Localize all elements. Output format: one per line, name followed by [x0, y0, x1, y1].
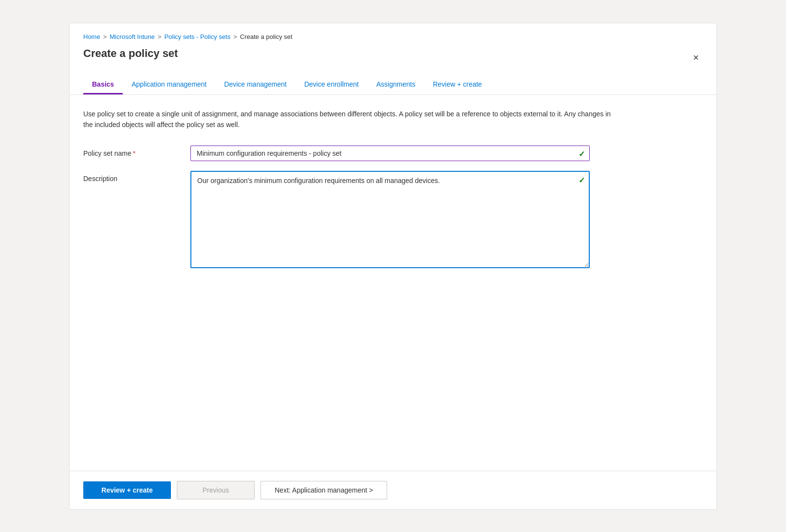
policy-set-name-row: Policy set name* ✓ — [83, 146, 703, 161]
tab-review-create[interactable]: Review + create — [424, 75, 491, 94]
breadcrumb-sep-2: > — [158, 33, 162, 40]
tabs-nav: Basics Application management Device man… — [83, 75, 703, 94]
panel-footer: Review + create Previous Next: Applicati… — [70, 471, 716, 509]
next-button[interactable]: Next: Application management > — [261, 481, 387, 499]
description-field-wrap: Our organization's minimum configuration… — [190, 171, 590, 270]
title-row: Create a policy set × — [83, 47, 703, 68]
panel-title: Create a policy set — [83, 47, 178, 68]
previous-button: Previous — [177, 481, 255, 499]
description-row: Description Our organization's minimum c… — [83, 171, 703, 270]
description-label: Description — [83, 171, 181, 183]
required-star: * — [133, 149, 135, 157]
breadcrumb-intune[interactable]: Microsoft Intune — [110, 33, 155, 40]
tab-application-management[interactable]: Application management — [123, 75, 215, 94]
tab-assignments[interactable]: Assignments — [368, 75, 424, 94]
breadcrumb-policy-sets[interactable]: Policy sets - Policy sets — [164, 33, 230, 40]
breadcrumb-sep-3: > — [233, 33, 237, 40]
breadcrumb-current: Create a policy set — [240, 33, 293, 40]
description-valid-icon: ✓ — [579, 176, 585, 185]
policy-set-name-field-wrap: ✓ — [190, 146, 590, 161]
breadcrumb-home[interactable]: Home — [83, 33, 100, 40]
description-textarea[interactable]: Our organization's minimum configuration… — [190, 171, 590, 268]
tab-basics[interactable]: Basics — [83, 75, 123, 94]
tab-device-enrollment[interactable]: Device enrollment — [296, 75, 368, 94]
review-create-button[interactable]: Review + create — [83, 481, 171, 499]
tab-device-management[interactable]: Device management — [215, 75, 295, 94]
name-valid-icon: ✓ — [579, 149, 585, 159]
policy-set-name-label: Policy set name* — [83, 146, 181, 157]
breadcrumb: Home > Microsoft Intune > Policy sets - … — [83, 33, 703, 40]
panel-body: Use policy set to create a single unit o… — [70, 95, 716, 471]
panel-header: Home > Microsoft Intune > Policy sets - … — [70, 23, 716, 95]
body-description: Use policy set to create a single unit o… — [83, 109, 619, 130]
policy-set-name-input[interactable] — [190, 146, 590, 161]
close-button[interactable]: × — [689, 51, 703, 64]
breadcrumb-sep-1: > — [103, 33, 107, 40]
create-policy-set-panel: Home > Microsoft Intune > Policy sets - … — [69, 23, 717, 510]
